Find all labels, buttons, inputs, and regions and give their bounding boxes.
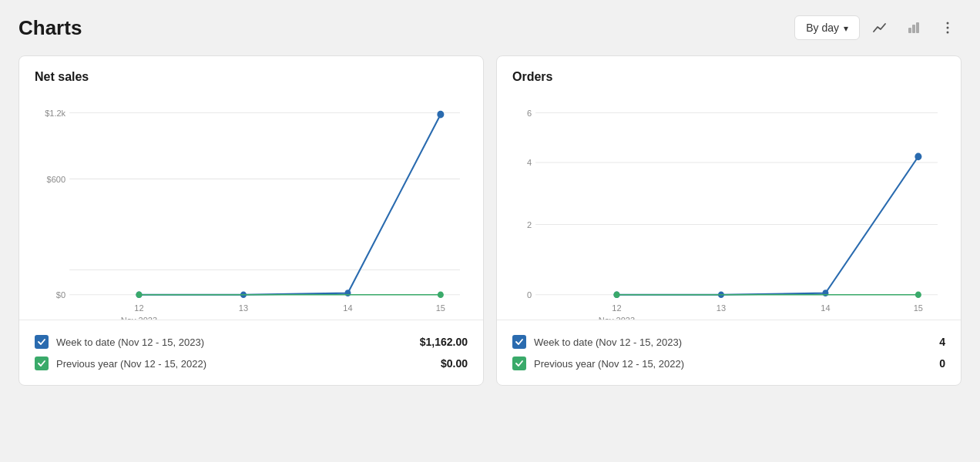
svg-text:$1.2k: $1.2k [45,108,65,117]
svg-text:15: 15 [914,303,923,313]
svg-text:$0: $0 [56,290,65,300]
svg-text:$600: $600 [47,174,66,183]
legend-item-week: Week to date (Nov 12 - 15, 2023) $1,162.… [35,331,468,353]
page-title: Charts [18,16,82,40]
svg-text:2: 2 [527,219,532,229]
svg-text:12: 12 [134,303,143,313]
net-sales-chart-container: $1.2k $600 $0 12 13 14 15 Nov 2023 [35,96,468,320]
net-sales-title: Net sales [35,70,468,84]
svg-point-23 [438,291,444,298]
svg-point-5 [947,32,949,34]
by-day-label: By day [806,22,839,34]
legend-label-prev-year: Previous year (Nov 12 - 15, 2022) [56,358,206,370]
bar-chart-icon-button[interactable] [900,15,928,40]
svg-rect-1 [912,25,915,33]
svg-rect-2 [916,22,919,33]
checkmark-icon [37,337,46,346]
orders-legend-checkbox-green [512,357,526,370]
svg-point-42 [915,291,921,298]
legend-checkbox-green [35,357,49,370]
line-chart-icon [872,20,888,35]
svg-text:14: 14 [821,303,831,313]
orders-legend-label-prev-year: Previous year (Nov 12 - 15, 2022) [534,358,684,370]
svg-point-22 [136,291,142,298]
by-day-button[interactable]: By day [794,15,860,40]
svg-point-40 [915,153,921,161]
svg-text:0: 0 [527,290,532,300]
svg-text:12: 12 [612,303,621,313]
checkmark-icon-green [37,359,46,368]
orders-card: Orders 6 4 2 0 12 13 14 1 [496,55,962,386]
svg-text:Nov 2023: Nov 2023 [599,316,635,320]
svg-point-21 [437,111,444,119]
svg-point-3 [947,22,949,25]
orders-legend-checkbox-blue [512,335,526,349]
svg-rect-0 [908,28,911,33]
line-chart-icon-button[interactable] [866,15,894,40]
page-header: Charts By day [18,15,962,40]
svg-text:14: 14 [343,303,353,313]
orders-checkmark-green [515,359,524,368]
legend-value-prev-year: $0.00 [441,357,468,370]
svg-point-20 [344,290,351,296]
orders-chart-area: Orders 6 4 2 0 12 13 14 1 [497,56,961,320]
net-sales-svg: $1.2k $600 $0 12 13 14 15 Nov 2023 [35,96,468,320]
orders-title: Orders [512,70,945,84]
svg-text:13: 13 [239,303,248,313]
orders-chart-container: 6 4 2 0 12 13 14 15 Nov 2023 [512,96,945,320]
orders-legend-label-week: Week to date (Nov 12 - 15, 2023) [534,336,682,348]
legend-label-week: Week to date (Nov 12 - 15, 2023) [56,336,204,348]
orders-legend-value-week: 4 [939,336,945,348]
charts-grid: Net sales $1.2k $600 $0 12 13 14 15 [18,55,962,386]
svg-text:15: 15 [436,303,445,313]
orders-legend-value-prev-year: 0 [939,357,945,370]
orders-svg: 6 4 2 0 12 13 14 15 Nov 2023 [512,96,945,320]
more-options-button[interactable] [934,15,962,40]
chevron-down-icon [844,22,848,34]
svg-point-41 [613,291,619,298]
legend-value-week: $1,162.00 [420,336,468,348]
svg-point-39 [822,290,828,296]
svg-text:6: 6 [527,108,532,117]
legend-checkbox-blue [35,335,49,349]
net-sales-card: Net sales $1.2k $600 $0 12 13 14 15 [18,55,484,386]
bar-chart-icon [906,20,921,35]
net-sales-chart-area: Net sales $1.2k $600 $0 12 13 14 15 [19,56,483,320]
orders-legend-item-prev-year: Previous year (Nov 12 - 15, 2022) 0 [512,353,945,374]
net-sales-legend: Week to date (Nov 12 - 15, 2023) $1,162.… [19,320,483,385]
header-controls: By day [794,15,962,40]
svg-text:4: 4 [527,158,532,167]
svg-text:13: 13 [717,303,726,313]
svg-text:Nov 2023: Nov 2023 [121,316,157,320]
orders-legend-item-week: Week to date (Nov 12 - 15, 2023) 4 [512,331,945,353]
orders-checkmark-blue [515,337,524,346]
svg-point-4 [947,27,949,29]
legend-item-prev-year: Previous year (Nov 12 - 15, 2022) $0.00 [35,353,468,374]
orders-legend: Week to date (Nov 12 - 15, 2023) 4 Previ… [497,320,961,385]
more-options-icon [940,20,955,35]
